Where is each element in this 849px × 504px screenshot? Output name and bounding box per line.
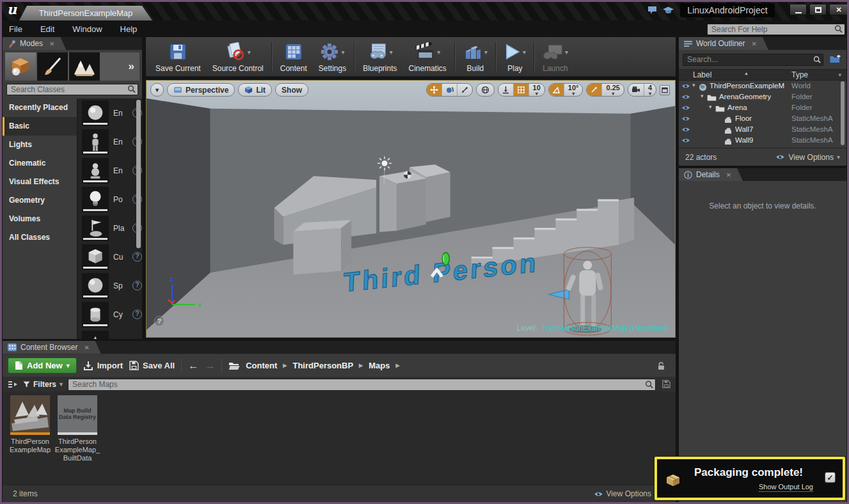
lit-mode-button[interactable]: Lit (238, 83, 272, 97)
world-local-toggle-button[interactable] (476, 83, 495, 97)
help-icon[interactable]: ? (132, 252, 142, 262)
dropdown-icon[interactable]: ▾ (437, 49, 440, 56)
column-type[interactable]: Type (791, 70, 808, 79)
tab-world-outliner[interactable]: World Outliner ✕ (679, 37, 768, 50)
dropdown-icon[interactable]: ▾ (390, 49, 393, 56)
close-icon[interactable]: ✕ (726, 171, 731, 178)
surface-snap-button[interactable] (498, 84, 514, 96)
type-filter-icon[interactable]: ▾ (838, 72, 841, 78)
category-recently-placed[interactable]: Recently Placed (3, 98, 77, 117)
viewport-help-icon[interactable]: ? (154, 316, 164, 326)
dropdown-icon[interactable]: ▾ (341, 49, 344, 56)
camera-speed-button[interactable] (628, 84, 644, 96)
cube-prop[interactable] (293, 220, 351, 275)
expander-icon[interactable]: ▾ (692, 82, 695, 88)
close-button[interactable]: ✕ (829, 4, 848, 15)
tab-modes[interactable]: Modes ✕ (3, 37, 66, 50)
blueprints-button[interactable]: ▾ Blueprints (357, 37, 402, 76)
forward-button[interactable]: → (205, 360, 215, 372)
minimize-button[interactable] (789, 4, 807, 15)
viewport-options-dropdown[interactable]: ▾ (150, 83, 164, 97)
category-basic[interactable]: Basic (3, 117, 77, 136)
close-icon[interactable]: ✕ (751, 40, 756, 47)
tab-details[interactable]: Details ✕ (679, 168, 743, 181)
place-item-empty-character[interactable]: En ? (77, 127, 142, 156)
help-icon[interactable]: ? (132, 310, 142, 319)
show-output-log-link[interactable]: Show Output Log (759, 483, 813, 492)
sources-panel-toggle-icon[interactable] (8, 380, 18, 389)
category-geometry[interactable]: Geometry (3, 191, 77, 210)
column-label[interactable]: Label (693, 70, 711, 79)
sort-asc-icon[interactable]: ▲ (744, 71, 749, 75)
source-control-button[interactable]: ▾ Source Control (207, 37, 269, 76)
close-icon[interactable]: ✕ (49, 40, 54, 47)
rotate-tool-button[interactable] (442, 84, 457, 96)
move-tool-button[interactable] (427, 84, 442, 96)
visibility-eye-icon[interactable] (681, 138, 690, 143)
category-volumes[interactable]: Volumes (3, 210, 77, 228)
place-item-point-light[interactable]: Po ? (77, 185, 142, 214)
outliner-row-world[interactable]: ▾ ThirdPersonExampleM World (679, 81, 846, 92)
asset-thirdpersonexamplemap[interactable]: ThirdPerson ExampleMap (9, 395, 51, 454)
paint-mode-button[interactable] (37, 52, 68, 81)
outliner-search-input[interactable] (683, 54, 823, 66)
outliner-row-folder[interactable]: ▾ ArenaGeometry Folder (679, 92, 846, 103)
visibility-eye-icon[interactable] (681, 116, 690, 122)
play-button[interactable]: ▾ Play (498, 37, 532, 76)
feedback-chat-icon[interactable] (647, 6, 658, 15)
tutorials-cap-icon[interactable] (663, 6, 674, 15)
breadcrumb-thirdpersonbp[interactable]: ThirdPersonBP (292, 361, 353, 370)
menu-window[interactable]: Window (72, 24, 102, 34)
category-all-classes[interactable]: All Classes (3, 228, 77, 247)
place-item-cylinder[interactable]: Cy ? (77, 300, 142, 329)
maximize-viewport-button[interactable] (660, 85, 670, 95)
tab-content-browser[interactable]: Content Browser ✕ (3, 341, 101, 354)
place-item-cone[interactable] (77, 329, 142, 339)
close-icon[interactable]: ✕ (84, 344, 89, 351)
search-maps-input[interactable] (68, 379, 656, 391)
rotation-snap-value[interactable]: 10°▾ (564, 84, 583, 96)
outliner-row-folder[interactable]: ▾ Arena Folder (679, 103, 846, 114)
visibility-eye-icon[interactable] (681, 105, 690, 111)
outliner-row-actor[interactable]: Floor StaticMeshA (679, 114, 846, 125)
category-lights[interactable]: Lights (3, 136, 77, 154)
place-item-sphere[interactable]: Sp ? (77, 271, 142, 300)
view-options-button[interactable]: View Options ▾ (775, 153, 840, 162)
sky-sphere-sprite[interactable] (404, 171, 411, 178)
import-button[interactable]: Import (83, 361, 123, 370)
dropdown-icon[interactable]: ▾ (565, 49, 568, 56)
camera-speed-value[interactable]: 4▾ (644, 84, 656, 96)
view-options-button[interactable]: View Options (594, 489, 651, 498)
expander-icon[interactable]: ▾ (701, 93, 704, 99)
menu-edit[interactable]: Edit (40, 24, 54, 34)
add-new-button[interactable]: Add New ▾ (8, 358, 77, 374)
scale-snap-toggle[interactable] (587, 84, 602, 96)
titlebar[interactable]: u ThirdPersonExampleMap LinuxAndroidProj… (0, 0, 849, 20)
document-tab[interactable]: ThirdPersonExampleMap (19, 6, 152, 20)
lock-icon[interactable] (656, 361, 665, 370)
expander-icon[interactable]: ▾ (709, 104, 712, 110)
scrollbar[interactable] (841, 81, 845, 145)
scrollbar[interactable] (136, 100, 141, 248)
help-icon[interactable]: ? (132, 281, 142, 290)
scale-tool-button[interactable] (457, 84, 472, 96)
category-cinematic[interactable]: Cinematic (3, 154, 77, 173)
settings-button[interactable]: ▾ Settings (313, 37, 352, 76)
save-all-button[interactable]: Save All (129, 361, 175, 370)
search-classes-input[interactable] (6, 84, 138, 95)
asset-builtdata[interactable]: Map Build Data Registry ThirdPerson Exam… (56, 395, 99, 462)
breadcrumb-maps[interactable]: Maps (369, 361, 390, 370)
grid-snap-value[interactable]: 10▾ (529, 84, 544, 96)
dropdown-icon[interactable]: ▾ (484, 49, 488, 56)
save-current-button[interactable]: Save Current (150, 37, 207, 76)
content-button[interactable]: Content (274, 37, 313, 76)
filters-button[interactable]: Filters ▾ (23, 380, 63, 389)
save-search-icon[interactable] (662, 380, 670, 388)
place-item-empty-actor[interactable]: En ? (77, 98, 142, 127)
place-item-cube[interactable]: Cu ? (77, 242, 142, 271)
build-button[interactable]: ▾ Build (457, 37, 493, 76)
show-button[interactable]: Show (275, 83, 308, 97)
perspective-button[interactable]: Perspective (167, 83, 235, 97)
back-button[interactable]: ← (188, 360, 198, 372)
more-modes-chevron-icon[interactable]: » (129, 60, 134, 73)
